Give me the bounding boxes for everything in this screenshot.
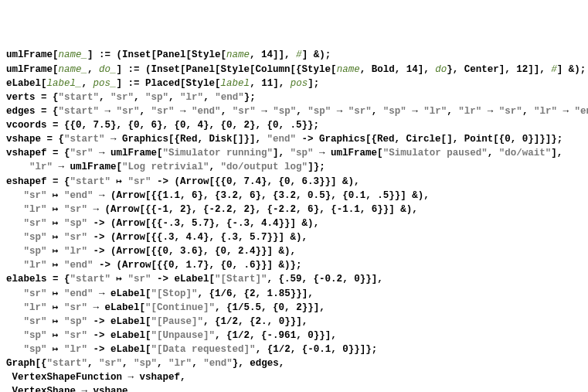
token: , {1/2, {-0.1, 0}}]}; xyxy=(256,344,378,355)
code-line: eLabel[label_, pos_] := Placed[Style[lab… xyxy=(6,77,582,90)
token xyxy=(6,246,24,257)
token: → (Arrow[{{1.1, 6}, {3.2, 6}, {3.2, 0.5}… xyxy=(93,190,430,201)
token: → xyxy=(331,106,348,117)
token: → Graphics[{Red, Disk[]}], xyxy=(105,134,267,145)
token xyxy=(6,260,24,271)
code-line: verts = {"start", "sr", "sp", "lr", "end… xyxy=(6,90,582,104)
token: , xyxy=(157,358,168,369)
token: "[Unpause]" xyxy=(151,330,216,341)
token: -> (Arrow[{{-.3, 5.7}, {-.3, 4.4}}] &), xyxy=(87,218,319,229)
token xyxy=(6,316,24,327)
token xyxy=(6,190,24,201)
token: "lr" xyxy=(534,106,557,117)
token: "lr" xyxy=(24,204,47,215)
token: ↦ xyxy=(110,274,128,285)
token: , xyxy=(140,106,151,117)
token: ↦ xyxy=(47,190,65,201)
token: -> (Arrow[{{0, 1.7}, {0, .6}}] &)}; xyxy=(93,260,302,271)
token: "start" xyxy=(59,106,100,117)
token: → xyxy=(406,106,424,117)
token: "sr" xyxy=(499,106,522,117)
token: ↦ xyxy=(47,232,65,243)
token: "sp" xyxy=(24,344,47,355)
token: -> (Arrow[{{0, 3.6}, {0, 2.4}}] &), xyxy=(87,246,296,257)
token: eLabel xyxy=(6,78,41,89)
token: "sr" xyxy=(70,148,93,159)
token: "start" xyxy=(70,176,111,187)
token: do xyxy=(435,64,447,75)
token: "end" xyxy=(64,288,93,299)
token: }; xyxy=(244,92,256,103)
code-line: umlFrame[name_] := (Inset[Panel[Style[na… xyxy=(6,48,582,62)
token: -> eLabel[ xyxy=(151,274,216,285)
token: "end" xyxy=(64,190,93,201)
token: , Bold, 14], xyxy=(360,64,436,75)
token: "end" xyxy=(203,358,233,369)
code-line: "lr" ↦ "end" -> (Arrow[{{0, 1.7}, {0, .6… xyxy=(6,258,582,272)
token: , xyxy=(296,106,308,117)
token: ↦ xyxy=(47,204,65,215)
token: → xyxy=(256,106,274,117)
token: , xyxy=(522,106,534,117)
token: do_ xyxy=(99,64,117,75)
code-line: "sr" ↦ "sp" -> eLabel["[Pause]", {1/2, {… xyxy=(6,315,582,329)
token: vcoords = {{0, 7.5}, {0, 6}, {0, 4}, {0,… xyxy=(6,120,319,131)
token: ]; xyxy=(308,78,319,89)
token: ] := Placed[Style[ xyxy=(117,78,221,89)
code-line: edges = {"start" → "sr", "sr" → "end", "… xyxy=(6,104,582,118)
token: "start" xyxy=(70,274,111,285)
code-line: umlFrame[name_, do_] := (Inset[Panel[Sty… xyxy=(6,63,582,77)
token: "sr" xyxy=(117,106,140,117)
code-line: VertexShape → vshape, xyxy=(6,384,582,392)
token: "do/output log" xyxy=(221,162,308,172)
token: , xyxy=(82,78,93,89)
token: → eLabel[ xyxy=(87,302,145,313)
code-line: Graph[{"start", "sr", "sp", "lr", "end"}… xyxy=(6,356,582,370)
token: vshape = { xyxy=(6,134,64,145)
token: "[Continue]" xyxy=(145,302,215,313)
token: ↦ xyxy=(110,176,128,187)
token: ]}; xyxy=(308,162,325,172)
token: → eLabel[ xyxy=(93,288,151,299)
token: "sp" xyxy=(64,218,87,229)
token: "lr" xyxy=(64,246,87,257)
token: name_ xyxy=(59,64,88,75)
token: }, edges, xyxy=(233,358,285,369)
token: -> (Arrow[{{.3, 4.4}, {.3, 5.7}}] &), xyxy=(87,232,308,243)
token: , xyxy=(203,92,215,103)
token: "sr" xyxy=(128,274,151,285)
token: , xyxy=(87,64,99,75)
token: ↦ xyxy=(47,218,65,229)
token: → xyxy=(175,106,192,117)
token: "sp" xyxy=(24,232,47,243)
token: , xyxy=(221,106,233,117)
token: , xyxy=(168,92,180,103)
token: Graph[{ xyxy=(6,358,47,369)
token: "sr" xyxy=(24,288,47,299)
token: eshapef = { xyxy=(6,176,70,187)
token: umlFrame xyxy=(6,64,53,75)
code-line: "lr" ↦ "sr" → (Arrow[{{-1, 2}, {-2.2, 2}… xyxy=(6,203,582,216)
code-line: vshape = {"start" → Graphics[{Red, Disk[… xyxy=(6,132,582,146)
token: [ xyxy=(53,49,59,60)
token: vshapef = { xyxy=(6,148,70,159)
token: ] &); xyxy=(302,49,331,60)
token: name_ xyxy=(59,49,88,60)
token: name xyxy=(337,64,360,75)
token: , xyxy=(372,106,383,117)
code-line: "lr" ↦ "sr" → eLabel["[Continue]", {1/5.… xyxy=(6,301,582,315)
code-line: "sp" ↦ "lr" -> (Arrow[{{0, 3.6}, {0, 2.4… xyxy=(6,244,582,258)
token: → xyxy=(481,106,499,117)
code-block: umlFrame[name_] := (Inset[Panel[Style[na… xyxy=(6,48,582,392)
token: , xyxy=(134,92,145,103)
token: -> (Arrow[{{0, 7.4}, {0, 6.3}}] &), xyxy=(151,176,360,187)
token: umlFrame xyxy=(6,49,53,60)
token: "sr" xyxy=(110,92,134,103)
token: "sr" xyxy=(233,106,256,117)
token: , xyxy=(209,162,221,172)
token: "do/wait" xyxy=(499,148,552,159)
token: , xyxy=(192,358,203,369)
token: ], xyxy=(551,148,563,159)
token: ↦ xyxy=(47,302,65,313)
token: pos_ xyxy=(93,78,117,89)
